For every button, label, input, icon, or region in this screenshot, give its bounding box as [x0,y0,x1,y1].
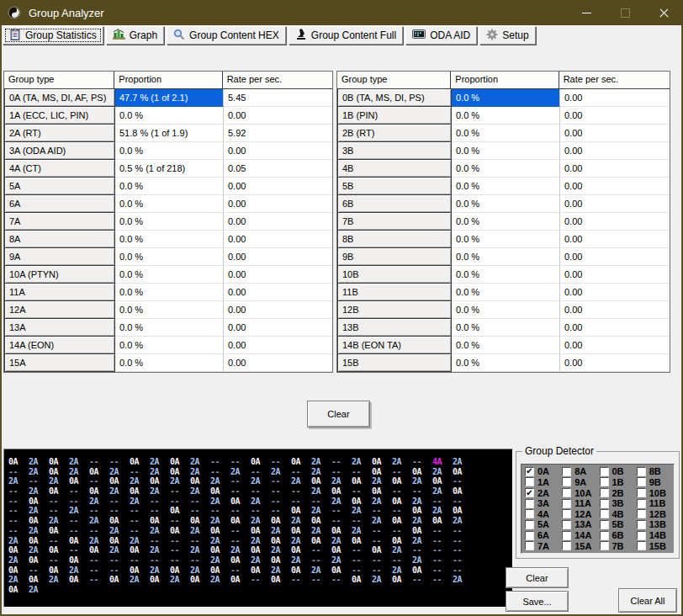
proportion-cell[interactable]: 0.0 % [115,178,224,195]
group-type-cell[interactable]: 11B [337,283,452,301]
clear-statistics-button[interactable]: Clear [307,401,370,427]
checkbox-0b[interactable] [600,467,609,476]
proportion-cell[interactable]: 0.0 % [115,231,224,248]
proportion-cell[interactable]: 0.0 % [115,142,224,160]
save-button[interactable]: Save... [506,591,569,612]
tab-oda-aid[interactable]: ODA AID [405,26,477,45]
proportion-cell[interactable]: 0.0 % [452,248,560,266]
checkbox-8b[interactable] [637,467,646,476]
checkbox-1a[interactable] [525,477,534,486]
group-type-cell[interactable]: 12B [337,300,452,319]
checkbox-6a[interactable] [525,531,534,540]
tab-group-statistics[interactable]: Group Statistics [3,26,103,45]
group-type-cell[interactable]: 4B [337,159,452,178]
proportion-cell[interactable]: 0.0 % [115,266,224,284]
group-type-cell[interactable]: 5A [4,177,115,195]
proportion-cell[interactable]: 0.0 % [452,213,560,231]
checkbox-0a[interactable]: ✔ [525,467,534,476]
group-type-cell[interactable]: 1A (ECC, LIC, PIN) [4,106,115,125]
group-type-cell[interactable]: 11A [4,283,115,301]
group-type-cell[interactable]: 8B [337,230,452,248]
proportion-cell[interactable]: 0.0 % [115,195,224,213]
proportion-cell[interactable]: 51.8 % (1 of 1.9) [115,125,224,142]
proportion-cell[interactable]: 0.0 % [452,142,560,160]
group-type-cell[interactable]: 14B (EON TA) [337,336,452,354]
checkbox-8a[interactable] [562,467,571,476]
tab-group-content-full[interactable]: Group Content Full [289,26,403,45]
proportion-cell[interactable]: 0.0 % [452,231,560,248]
checkbox-10b[interactable] [637,488,646,497]
checkbox-10a[interactable] [562,488,571,497]
group-type-cell[interactable]: 7B [337,212,452,231]
checkbox-1b[interactable] [600,477,609,486]
checkbox-13a[interactable] [562,520,571,529]
group-type-cell[interactable]: 3A (ODA AID) [4,141,115,160]
proportion-cell[interactable]: 0.0 % [115,284,224,301]
checkbox-13b[interactable] [637,520,646,529]
proportion-cell[interactable]: 0.0 % [452,354,560,372]
proportion-cell[interactable]: 0.0 % [115,301,224,319]
group-type-cell[interactable]: 9A [4,247,115,266]
group-type-cell[interactable]: 6A [4,194,115,213]
tab-setup[interactable]: Setup [479,26,535,45]
proportion-cell[interactable]: 0.0 % [115,337,224,354]
minimize-button[interactable] [567,0,606,25]
checkbox-5a[interactable] [525,520,534,529]
checkbox-12b[interactable] [637,509,646,518]
proportion-cell[interactable]: 0.0 % [452,195,560,213]
group-type-cell[interactable]: 7A [4,212,115,231]
proportion-cell[interactable]: 0.0 % [452,319,560,337]
group-type-cell[interactable]: 14A (EON) [4,336,115,354]
close-button[interactable] [644,0,683,25]
checkbox-3b[interactable] [600,499,609,508]
proportion-cell[interactable]: 0.5 % (1 of 218) [115,160,224,178]
group-type-cell[interactable]: 5B [337,177,452,195]
group-type-cell[interactable]: 2B (RT) [337,124,452,142]
group-type-cell[interactable]: 0A (TA, MS, DI, AF, PS) [4,88,115,107]
checkbox-9a[interactable] [562,477,571,486]
proportion-cell[interactable]: 0.0 % [452,178,560,195]
proportion-cell[interactable]: 0.0 % [115,248,224,266]
group-type-cell[interactable]: 4A (CT) [4,159,115,178]
group-type-cell[interactable]: 0B (TA, MS, DI, PS) [337,88,452,107]
checkbox-2a[interactable]: ✔ [525,488,534,497]
group-type-cell[interactable]: 3B [337,141,452,160]
clear-all-button[interactable]: Clear All [618,588,677,613]
clear-monitor-button[interactable]: Clear [506,567,569,588]
group-type-cell[interactable]: 10B [337,265,452,284]
group-type-cell[interactable]: 8A [4,230,115,248]
group-type-cell[interactable]: 9B [337,247,452,266]
group-type-cell[interactable]: 12A [4,300,115,319]
proportion-cell[interactable]: 0.0 % [452,160,560,178]
checkbox-15a[interactable] [562,541,571,550]
checkbox-7b[interactable] [600,541,609,550]
group-type-cell[interactable]: 15B [337,353,452,372]
group-type-cell[interactable]: 15A [4,353,115,372]
maximize-button[interactable] [606,0,644,25]
proportion-cell[interactable]: 0.0 % [452,107,560,125]
proportion-cell[interactable]: 0.0 % [115,354,224,372]
group-type-cell[interactable]: 2A (RT) [4,124,115,142]
proportion-cell[interactable]: 0.0 % [452,301,560,319]
proportion-cell[interactable]: 0.0 % [452,266,560,284]
tab-graph[interactable]: Graph [106,26,164,45]
checkbox-4b[interactable] [600,509,609,518]
proportion-cell[interactable]: 0.0 % [115,319,224,337]
checkbox-12a[interactable] [562,509,571,518]
group-type-cell[interactable]: 6B [337,194,452,213]
checkbox-14a[interactable] [562,531,571,540]
group-type-cell[interactable]: 10A (PTYN) [4,265,115,284]
checkbox-6b[interactable] [600,531,609,540]
checkbox-3a[interactable] [525,499,534,508]
proportion-cell[interactable]: 0.0 % [452,284,560,301]
proportion-cell[interactable]: 0.0 % [452,89,560,107]
checkbox-14b[interactable] [637,531,646,540]
checkbox-7a[interactable] [525,541,534,550]
group-type-cell[interactable]: 13A [4,318,115,337]
checkbox-9b[interactable] [637,477,646,486]
proportion-cell[interactable]: 0.0 % [452,125,560,142]
proportion-cell[interactable]: 0.0 % [115,213,224,231]
proportion-cell[interactable]: 0.0 % [115,107,224,125]
checkbox-5b[interactable] [600,520,609,529]
proportion-cell[interactable]: 47.7 % (1 of 2.1) [115,89,224,107]
